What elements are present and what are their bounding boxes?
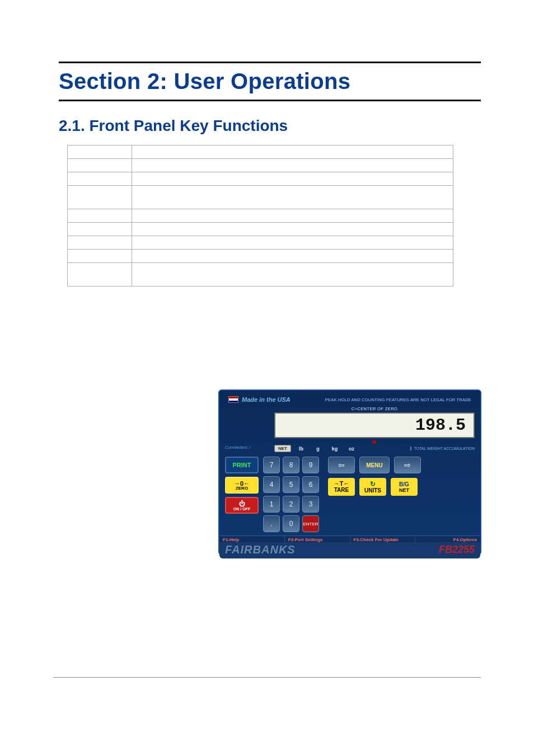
cell [132, 159, 453, 172]
cell [132, 250, 453, 263]
cell [68, 263, 132, 287]
made-in-label: Made in the USA [242, 396, 291, 403]
legal-warning: PEAK HOLD AND COUNTING FEATURES ARE NOT … [325, 397, 471, 402]
cell [68, 145, 132, 159]
net-label: NET [399, 487, 409, 493]
cell [68, 223, 132, 236]
table-row [68, 186, 453, 209]
function-key-bar: F1-Help F2-Port Settings F3-Check For Up… [219, 536, 480, 543]
cell [132, 186, 453, 209]
tare-label: TARE [334, 487, 349, 493]
f4-options[interactable]: F4-Options [415, 536, 480, 543]
net-annunciator: NET [274, 445, 291, 452]
unit-oz: oz [345, 446, 358, 452]
arrow-left-icon: ⇦ [338, 461, 345, 469]
cell [132, 236, 453, 250]
menu-label: MENU [366, 462, 382, 468]
table-row [68, 145, 453, 159]
numpad-1[interactable]: 1 [263, 496, 280, 513]
rule-bottom [59, 100, 481, 101]
cell [132, 209, 453, 223]
menu-button[interactable]: MENU [359, 457, 390, 473]
power-button[interactable]: ⏻ ON / OFF [225, 497, 259, 514]
units-button[interactable]: ↻ UNITS [359, 478, 386, 496]
unit-g: g [311, 446, 325, 452]
table-row [68, 159, 453, 172]
zero-marker-icon [373, 440, 376, 444]
numeric-keypad: 7 8 9 4 5 6 1 2 3 . 0 ENTER [263, 457, 319, 532]
numpad-5[interactable]: 5 [283, 476, 299, 493]
cycle-icon: ↻ [370, 481, 376, 487]
power-icon: ⏻ [239, 500, 245, 507]
arrow-right-icon: ⇨ [404, 461, 411, 469]
bg-net-button[interactable]: B/G NET [391, 478, 418, 496]
numpad-dot[interactable]: . [263, 515, 280, 532]
section-title: Section 2: User Operations [59, 65, 481, 98]
print-button[interactable]: PRINT [225, 457, 259, 473]
connected-status: Connected: / [225, 445, 270, 450]
accumulator-label: TOTAL WEIGHT ACCUMULATION [410, 447, 475, 450]
cell [132, 263, 453, 287]
tare-button[interactable]: →T← TARE [328, 478, 355, 496]
center-of-zero-label: C=CENTER OF ZERO [274, 406, 475, 411]
units-label: UNITS [364, 487, 381, 494]
table-row [68, 250, 453, 263]
table-row [68, 209, 453, 223]
arrow-left-button[interactable]: ⇦ [328, 457, 355, 473]
unit-lb: lb [294, 446, 308, 452]
numpad-7[interactable]: 7 [263, 457, 280, 473]
us-flag-icon [228, 396, 238, 403]
f1-help[interactable]: F1-Help [219, 536, 285, 543]
cell [68, 209, 132, 223]
weight-display: 198.5 [274, 412, 475, 438]
cell [68, 236, 132, 250]
rule-top [59, 62, 481, 63]
brand-label: FAIRBANKS [225, 543, 296, 556]
indicator-device: Made in the USA PEAK HOLD AND COUNTING F… [218, 389, 481, 555]
table-row [68, 236, 453, 250]
numpad-8[interactable]: 8 [283, 457, 299, 473]
numpad-2[interactable]: 2 [283, 496, 299, 513]
subheading-2-1: 2.1. Front Panel Key Functions [59, 117, 481, 135]
cell [132, 145, 453, 159]
numpad-3[interactable]: 3 [302, 496, 319, 513]
zero-label: ZERO [236, 486, 248, 491]
bg-label: B/G [399, 481, 409, 487]
enter-button[interactable]: ENTER [302, 515, 319, 532]
onoff-label: ON / OFF [233, 507, 250, 511]
f3-check-update[interactable]: F3-Check For Update [350, 536, 416, 543]
cell [68, 172, 132, 186]
cell [68, 186, 132, 209]
numpad-0[interactable]: 0 [283, 515, 299, 532]
footer-rule [53, 677, 481, 678]
cell [68, 159, 132, 172]
numpad-6[interactable]: 6 [302, 476, 319, 493]
tare-symbol-icon: →T← [334, 481, 350, 487]
numpad-9[interactable]: 9 [302, 457, 319, 473]
cell [68, 250, 132, 263]
table-row [68, 263, 453, 287]
model-label: FB2255 [439, 544, 475, 556]
cell [132, 223, 453, 236]
zero-button[interactable]: →0← ZERO [225, 477, 259, 494]
key-functions-table [67, 145, 453, 287]
table-row [68, 223, 453, 236]
arrow-right-button[interactable]: ⇨ [394, 457, 421, 473]
unit-kg: kg [328, 446, 341, 452]
cell [132, 172, 453, 186]
f2-port-settings[interactable]: F2-Port Settings [285, 536, 350, 543]
print-label: PRINT [233, 462, 251, 468]
table-row [68, 172, 453, 186]
numpad-4[interactable]: 4 [263, 476, 280, 493]
